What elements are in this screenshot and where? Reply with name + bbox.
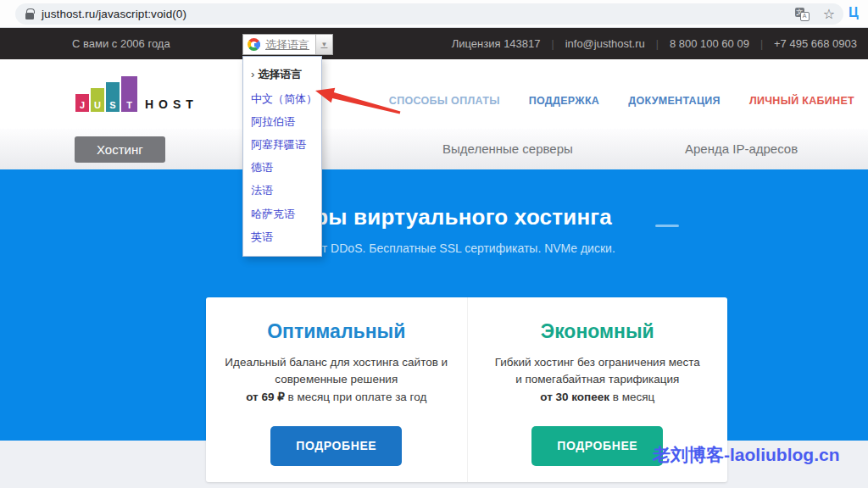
tariff-title: Оптимальный <box>206 320 467 343</box>
sub-navigation: Хостинг Выделенные серверы Аренда IP-адр… <box>0 129 868 169</box>
main-navigation: СПОСОБЫ ОПЛАТЫ ПОДДЕРЖКА ДОКУМЕНТАЦИЯ ЛИ… <box>389 95 854 107</box>
tariff-desc-line: Идеальный баланс для хостинга сайтов и <box>206 354 467 371</box>
language-option-german[interactable]: 德语 <box>243 157 321 180</box>
annotation-arrow <box>305 80 411 127</box>
tariff-price: от 30 копеек <box>540 391 609 403</box>
tariff-description: Гибкий хостинг без ограничения места и п… <box>468 354 728 406</box>
tariff-price-line: от 69 ₽ в месяц при оплате за год <box>206 389 467 406</box>
separator: | <box>656 38 659 50</box>
tariff-price: от 69 ₽ <box>246 391 285 403</box>
logo-bar-s: S <box>106 82 120 112</box>
address-bar[interactable]: justhost.ru/javascript:void(0) ☆ <box>15 3 843 25</box>
tariff-price-suffix: в месяц при оплате за год <box>285 391 426 403</box>
pricing-panel: Оптимальный Идеальный баланс для хостинг… <box>206 297 727 482</box>
tariff-desc-line: Гибкий хостинг без ограничения места <box>468 354 728 371</box>
nav-personal-account[interactable]: ЛИЧНЫЙ КАБИНЕТ <box>749 95 854 107</box>
justhost-logo[interactable]: J U S T HOST <box>75 76 198 112</box>
browser-toolbar: justhost.ru/javascript:void(0) ☆ Ц <box>0 0 868 28</box>
language-option-french[interactable]: 法语 <box>243 180 321 202</box>
details-button-optimal[interactable]: ПОДРОБНЕЕ <box>270 426 402 466</box>
title-dash-decoration <box>655 225 679 227</box>
language-option-english[interactable]: 英语 <box>243 225 321 248</box>
tagline-text: С вами с 2006 года <box>72 37 170 50</box>
google-translate-widget[interactable]: 选择语言 ▼ <box>242 34 333 55</box>
translate-widget-arrow-box[interactable]: ▼ <box>315 35 332 54</box>
site-topbar: С вами с 2006 года Лицензия 143817 | inf… <box>0 28 868 59</box>
translate-icon[interactable] <box>795 8 810 21</box>
chevron-down-icon: ▼ <box>321 41 328 48</box>
logo-bar-u: U <box>91 88 104 112</box>
url-text[interactable]: justhost.ru/javascript:void(0) <box>42 8 186 20</box>
tariff-title: Экономный <box>468 320 728 343</box>
watermark-text: 老刘博客-laoliublog.cn <box>653 443 840 467</box>
phone-link-toll-free[interactable]: 8 800 100 60 09 <box>670 37 749 50</box>
tariff-price-suffix: в месяц <box>609 391 654 403</box>
site-header: J U S T HOST СПОСОБЫ ОПЛАТЫ ПОДДЕРЖКА ДО… <box>0 59 868 129</box>
tariff-card-optimal: Оптимальный Идеальный баланс для хостинг… <box>206 297 467 482</box>
logo-bar-t: T <box>121 76 137 112</box>
tariff-desc-line: и помегабайтная тарификация <box>468 371 728 388</box>
screenshot-root: justhost.ru/javascript:void(0) ☆ Ц С вам… <box>0 0 868 488</box>
license-text: Лицензия 143817 <box>452 37 541 50</box>
ip-rent-link[interactable]: Аренда IP-адресов <box>685 141 798 156</box>
extension-icon[interactable]: Ц <box>849 5 859 20</box>
separator: | <box>760 38 763 50</box>
nav-support[interactable]: ПОДДЕРЖКА <box>529 95 600 107</box>
logo-bar-j: J <box>75 94 89 112</box>
hero-title: Тарифы виртуального хостинга <box>0 204 868 230</box>
separator: | <box>552 38 554 50</box>
google-logo-icon <box>248 38 260 51</box>
dedicated-servers-link[interactable]: Выделенные серверы <box>442 141 573 156</box>
language-option-azerbaijani[interactable]: 阿塞拜疆语 <box>243 133 321 156</box>
translate-widget-label[interactable]: 选择语言 <box>265 37 309 53</box>
bookmark-star-icon[interactable]: ☆ <box>823 8 835 21</box>
tariff-price-line: от 30 копеек в месяц <box>468 389 728 406</box>
lock-icon[interactable] <box>25 13 34 19</box>
logo-suffix-text: HOST <box>145 97 198 111</box>
email-link[interactable]: info@justhost.ru <box>565 37 645 50</box>
phone-link-moscow[interactable]: +7 495 668 0903 <box>774 37 857 50</box>
language-option-kazakh[interactable]: 哈萨克语 <box>243 202 321 225</box>
chevron-right-icon: › <box>251 68 254 80</box>
hero-subtitle: Защищено от DDoS. Бесплатные SSL сертифи… <box>0 241 868 255</box>
hosting-tab-button[interactable]: Хостинг <box>75 136 165 163</box>
nav-documentation[interactable]: ДОКУМЕНТАЦИЯ <box>628 95 721 107</box>
tariff-description: Идеальный баланс для хостинга сайтов и с… <box>206 354 467 406</box>
details-button-economy[interactable]: ПОДРОБНЕЕ <box>531 426 663 466</box>
tariff-desc-line: современные решения <box>206 371 467 388</box>
